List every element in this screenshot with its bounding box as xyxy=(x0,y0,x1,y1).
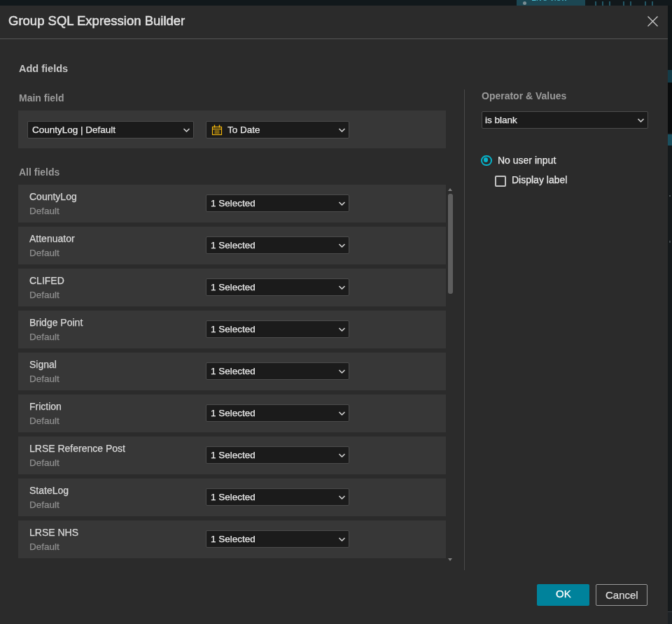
chevron-down-icon xyxy=(339,327,345,333)
field-name: CLIFED xyxy=(29,275,64,286)
background-right-segment xyxy=(668,6,672,70)
field-name: StateLog xyxy=(29,485,69,496)
field-subtitle: Default xyxy=(29,416,59,426)
operator-select[interactable]: is blank xyxy=(482,111,648,129)
main-field-select-value: CountyLog | Default xyxy=(32,125,115,135)
main-field-select[interactable]: CountyLog | Default xyxy=(27,121,194,139)
group-sql-expression-builder-dialog: Group SQL Expression Builder Add fields … xyxy=(0,6,668,624)
field-name: Attenuator xyxy=(29,233,75,244)
field-selection-select[interactable]: 1 Selected xyxy=(206,488,349,506)
date-field-select-value: To Date xyxy=(227,125,260,135)
chevron-down-icon xyxy=(339,495,345,501)
cancel-button[interactable]: Cancel xyxy=(596,584,648,606)
field-selection-select[interactable]: 1 Selected xyxy=(206,194,349,212)
ok-button-label: OK xyxy=(556,584,571,604)
field-subtitle: Default xyxy=(29,374,59,384)
no-user-input-radio[interactable] xyxy=(481,155,492,166)
field-row: LRSE Reference PostDefault1 Selected xyxy=(18,437,446,474)
operator-select-value: is blank xyxy=(485,115,517,125)
dialog-title: Group SQL Expression Builder xyxy=(8,13,185,29)
field-selection-value: 1 Selected xyxy=(211,534,255,544)
field-subtitle: Default xyxy=(29,541,59,552)
background-right-teal-2 xyxy=(668,134,672,146)
live-view-button[interactable]: Live view xyxy=(517,0,585,6)
field-selection-value: 1 Selected xyxy=(211,366,255,376)
add-fields-heading: Add fields xyxy=(19,63,68,74)
chevron-down-icon xyxy=(638,118,644,124)
background-right-mark xyxy=(669,241,671,243)
field-row: LRSE NHSDefault1 Selected xyxy=(18,520,446,558)
field-selection-select[interactable]: 1 Selected xyxy=(206,530,349,548)
field-subtitle: Default xyxy=(29,290,59,300)
field-row: StateLogDefault1 Selected xyxy=(18,478,446,516)
field-name: LRSE Reference Post xyxy=(29,443,125,454)
display-label-checkbox-label: Display label xyxy=(512,174,567,185)
chevron-down-icon xyxy=(339,201,345,207)
date-field-select[interactable]: To Date xyxy=(206,121,349,139)
main-field-panel: CountyLog | Default To Date xyxy=(18,111,446,148)
live-view-label: Live view xyxy=(531,0,567,3)
live-view-status-dot xyxy=(523,1,526,5)
field-selection-value: 1 Selected xyxy=(211,492,255,502)
field-row: CLIFEDDefault1 Selected xyxy=(18,269,446,306)
cancel-button-label: Cancel xyxy=(606,586,638,605)
field-subtitle: Default xyxy=(29,206,59,216)
field-selection-value: 1 Selected xyxy=(211,408,255,418)
close-icon[interactable] xyxy=(645,15,660,30)
background-right-teal-1 xyxy=(668,70,672,83)
field-subtitle: Default xyxy=(29,248,59,258)
background-app-top-strip: Live view xyxy=(0,0,672,6)
scrollbar-down-arrow-icon[interactable] xyxy=(448,558,452,561)
field-row: Bridge PointDefault1 Selected xyxy=(18,311,446,348)
chevron-down-icon xyxy=(339,537,345,543)
field-name: Friction xyxy=(29,401,62,412)
chevron-down-icon xyxy=(339,243,345,249)
calendar-icon xyxy=(211,125,223,136)
chevron-down-icon xyxy=(339,411,345,417)
background-app-right-strip xyxy=(668,6,672,624)
chevron-down-icon xyxy=(183,127,190,134)
field-row: FrictionDefault1 Selected xyxy=(18,395,446,432)
chevron-down-icon xyxy=(339,369,345,375)
field-selection-value: 1 Selected xyxy=(211,282,255,292)
field-row: SignalDefault1 Selected xyxy=(18,353,446,390)
no-user-input-label: No user input xyxy=(498,155,556,166)
field-row: CountyLogDefault1 Selected xyxy=(18,185,446,222)
radio-dot xyxy=(484,157,489,162)
display-label-checkbox[interactable] xyxy=(495,176,506,187)
scrollbar-up-arrow-icon[interactable] xyxy=(448,188,452,191)
chevron-down-icon xyxy=(339,453,345,459)
field-selection-select[interactable]: 1 Selected xyxy=(206,446,349,464)
field-subtitle: Default xyxy=(29,458,59,468)
background-right-dark xyxy=(668,83,672,133)
field-selection-value: 1 Selected xyxy=(211,240,255,250)
field-selection-select[interactable]: 1 Selected xyxy=(206,236,349,254)
field-name: Signal xyxy=(29,359,57,370)
field-name: CountyLog xyxy=(29,191,77,202)
background-right-segment xyxy=(668,146,672,611)
field-name: Bridge Point xyxy=(29,317,83,328)
field-selection-select[interactable]: 1 Selected xyxy=(206,320,349,338)
background-right-segment xyxy=(668,612,672,624)
chevron-down-icon xyxy=(339,285,345,291)
screen: Live view Group SQL Expression Builder xyxy=(0,0,672,624)
field-selection-select[interactable]: 1 Selected xyxy=(206,278,349,296)
field-row: AttenuatorDefault1 Selected xyxy=(18,227,446,264)
dialog-header: Group SQL Expression Builder xyxy=(0,6,668,39)
field-selection-select[interactable]: 1 Selected xyxy=(206,404,349,422)
field-subtitle: Default xyxy=(29,332,59,342)
chevron-down-icon xyxy=(339,127,345,134)
field-selection-value: 1 Selected xyxy=(211,198,255,208)
operator-values-label: Operator & Values xyxy=(482,90,566,101)
scrollbar-thumb[interactable] xyxy=(448,194,453,294)
field-selection-value: 1 Selected xyxy=(211,324,255,334)
field-name: LRSE NHS xyxy=(29,527,78,538)
ok-button[interactable]: OK xyxy=(537,584,589,606)
background-right-mark xyxy=(669,195,671,197)
vertical-divider xyxy=(464,90,465,570)
all-fields-label: All fields xyxy=(19,166,59,178)
field-subtitle: Default xyxy=(29,499,59,510)
field-selection-value: 1 Selected xyxy=(211,450,255,460)
main-field-label: Main field xyxy=(19,92,64,104)
field-selection-select[interactable]: 1 Selected xyxy=(206,362,349,380)
